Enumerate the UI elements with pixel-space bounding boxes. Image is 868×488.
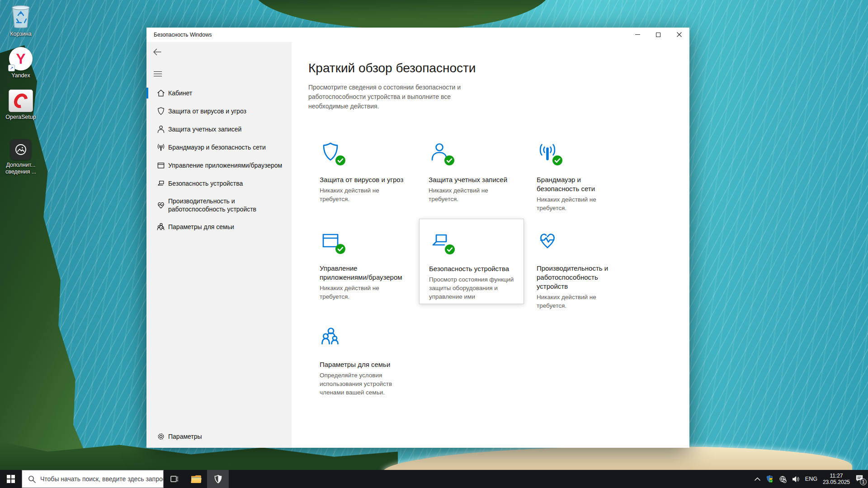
search-input[interactable] (40, 475, 163, 483)
tile-device-performance[interactable]: Производительность и работоспособность у… (527, 219, 632, 304)
status-ok-icon (335, 155, 345, 165)
laptop-icon (156, 179, 165, 188)
taskbar-search[interactable] (22, 470, 164, 488)
person-icon (156, 125, 165, 134)
tile-title: Безопасность устройства (429, 264, 514, 273)
close-icon (677, 32, 682, 37)
taskbar: ENG 11:27 23.05.2025 1 (0, 470, 868, 488)
hidden-icons-chevron[interactable] (755, 477, 760, 481)
window-title: Безопасность Windows (154, 28, 212, 42)
search-icon (28, 475, 36, 483)
yandex-logo: Y ↗ (9, 47, 33, 70)
network-icon (156, 143, 165, 152)
status-ok-icon (444, 155, 454, 165)
person-icon (429, 141, 451, 164)
recycle-bin-icon[interactable]: Корзина (0, 4, 42, 38)
back-arrow-icon (153, 47, 162, 56)
sidebar-item-label: Брандмауэр и безопасность сети (168, 143, 266, 151)
network-no-internet-icon[interactable] (779, 475, 787, 483)
tile-title: Брандмауэр и безопасность сети (537, 175, 623, 193)
start-button[interactable] (0, 470, 22, 488)
status-ok-icon (552, 155, 562, 165)
titlebar[interactable]: Безопасность Windows (146, 28, 689, 42)
desktop-icon-label: Yandex (11, 72, 30, 79)
tile-device-security[interactable]: Безопасность устройства Просмотр состоян… (419, 219, 524, 304)
file-explorer-button[interactable] (185, 470, 207, 488)
clock-date: 23.05.2025 (823, 479, 850, 485)
desktop-icon-label: OperaSetup (5, 114, 36, 121)
sidebar-item-device-security[interactable]: Безопасность устройства (146, 174, 292, 192)
volume-icon[interactable] (792, 476, 800, 483)
tile-status: Никаких действий не требуется. (537, 195, 623, 212)
page-subtitle: Просмотрите сведения о состоянии безопас… (308, 83, 489, 111)
security-shield-icon (214, 474, 222, 484)
heart-icon (156, 201, 165, 210)
windows-logo-icon (7, 475, 15, 483)
sidebar-item-account-protection[interactable]: Защита учетных записей (146, 120, 292, 138)
sidebar-item-virus-protection[interactable]: Защита от вирусов и угроз (146, 102, 292, 120)
photo-glyph (10, 139, 31, 160)
sidebar-item-home[interactable]: Кабинет (146, 84, 292, 102)
heart-icon (537, 230, 559, 252)
tile-account-protection[interactable]: Защита учетных записей Никаких действий … (419, 130, 524, 216)
shield-icon (320, 141, 342, 164)
recycle-bin-glyph (9, 4, 33, 29)
sidebar-item-label: Защита от вирусов и угроз (168, 107, 246, 115)
folder-icon (191, 475, 201, 483)
status-ok-icon (445, 244, 455, 254)
back-button[interactable] (153, 46, 168, 58)
tile-firewall[interactable]: Брандмауэр и безопасность сети Никаких д… (527, 130, 632, 216)
shield-icon (156, 107, 165, 116)
menu-toggle-button[interactable] (154, 67, 169, 80)
tile-virus-protection[interactable]: Защита от вирусов и угроз Никаких действ… (310, 130, 415, 216)
windows-security-window: Безопасность Windows Кабинет Защита от в… (146, 28, 689, 448)
sidebar-nav: Кабинет Защита от вирусов и угроз Защита… (146, 84, 292, 236)
task-view-icon (170, 475, 179, 483)
tile-status: Просмотр состояния функций защиты оборуд… (429, 275, 514, 301)
opera-installer-glyph (9, 89, 33, 112)
action-center-button[interactable]: 1 (855, 474, 863, 484)
home-icon (156, 89, 165, 98)
maximize-button[interactable] (648, 28, 669, 42)
close-button[interactable] (669, 28, 689, 42)
yandex-shortcut-icon[interactable]: Y ↗ Yandex (0, 47, 42, 79)
sidebar-settings: Параметры (146, 427, 292, 446)
sidebar-item-firewall[interactable]: Брандмауэр и безопасность сети (146, 138, 292, 156)
clock[interactable]: 11:27 23.05.2025 (823, 473, 850, 485)
page-title: Краткий обзор безопасности (308, 61, 476, 75)
additional-info-icon[interactable]: Дополнит...сведения ... (0, 139, 42, 175)
task-view-button[interactable] (164, 470, 185, 488)
laptop-icon (429, 230, 452, 253)
sidebar-item-app-browser-control[interactable]: Управление приложениями/браузером (146, 156, 292, 174)
tile-app-browser-control[interactable]: Управление приложениями/браузером Никаки… (310, 219, 415, 304)
family-icon (320, 326, 342, 348)
tile-status: Никаких действий не требуется. (537, 293, 623, 310)
windows-security-taskbar-button[interactable] (207, 470, 229, 488)
defender-tray-icon[interactable] (766, 475, 774, 483)
language-indicator[interactable]: ENG (805, 476, 817, 482)
desktop-icon-label: Дополнит...сведения ... (5, 162, 36, 175)
tile-status: Определяйте условия использования устрой… (320, 371, 406, 397)
apps-icon (320, 230, 342, 252)
yandex-letter: Y (16, 51, 25, 67)
sidebar-item-settings[interactable]: Параметры (146, 427, 292, 446)
tile-title: Управление приложениями/браузером (320, 264, 406, 282)
family-icon (156, 222, 165, 231)
system-tray: ENG 11:27 23.05.2025 1 (752, 470, 868, 488)
sidebar-item-label: Параметры (168, 432, 202, 441)
apps-icon (156, 161, 165, 170)
clock-time: 11:27 (823, 473, 850, 479)
tile-title: Производительность и работоспособность у… (537, 264, 623, 291)
tile-title: Параметры для семьи (320, 360, 406, 369)
sidebar-item-family-options[interactable]: Параметры для семьи (146, 218, 292, 236)
tile-family-options[interactable]: Параметры для семьи Определяйте условия … (310, 315, 415, 402)
tile-title: Защита от вирусов и угроз (320, 175, 406, 184)
minimize-button[interactable] (627, 28, 648, 42)
sidebar-item-label: Кабинет (168, 89, 192, 97)
desktop-icon-label: Корзина (10, 31, 32, 38)
sidebar-item-device-performance[interactable]: Производительность и работоспособность у… (146, 192, 292, 218)
shortcut-arrow-icon: ↗ (8, 65, 15, 71)
minimize-icon (635, 34, 640, 35)
tile-title: Защита учетных записей (429, 175, 515, 184)
opera-setup-icon[interactable]: OperaSetup (0, 89, 42, 121)
